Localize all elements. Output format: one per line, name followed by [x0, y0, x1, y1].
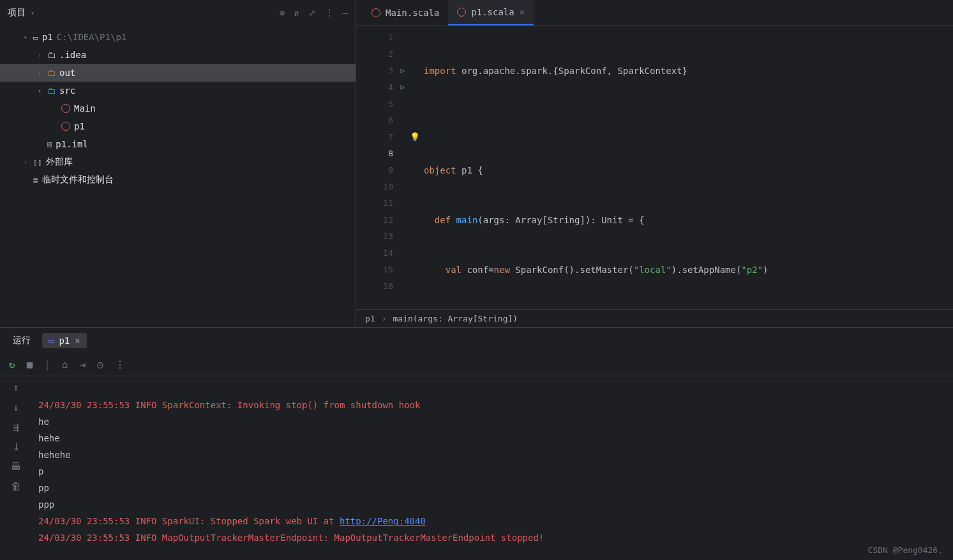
- line-number: 4: [388, 79, 393, 96]
- down-icon[interactable]: ↓: [13, 401, 19, 413]
- rerun-icon[interactable]: ↻: [9, 358, 15, 371]
- tree-item-out[interactable]: › 🗀 out: [0, 64, 356, 82]
- scala-icon: [457, 8, 466, 17]
- log-line: 24/03/30 23:55:53 INFO SparkUI: Stopped …: [38, 516, 426, 526]
- watermark: CSDN @Peng0426.: [868, 545, 943, 555]
- run-panel: 运行 ▭ p1 × ↻ ■ | ⌂ ⇥ ◷ ⋮ ↑ ↓ ⇶ ⤓ 🖶 🗑 24/0…: [0, 327, 953, 560]
- close-icon[interactable]: ×: [75, 335, 80, 346]
- close-icon[interactable]: ×: [520, 7, 525, 17]
- module-icon: ▭: [33, 33, 38, 42]
- log-line: 24/03/30 23:55:53 INFO MapOutputTrackerM…: [38, 533, 544, 543]
- up-icon[interactable]: ↑: [13, 381, 19, 394]
- run-panel-tabs: 运行 ▭ p1 ×: [0, 328, 953, 353]
- log-link[interactable]: http://Peng:4040: [340, 516, 426, 526]
- more-icon[interactable]: ⋮: [325, 8, 334, 18]
- profiler-icon[interactable]: ◷: [97, 358, 103, 371]
- folder-icon: 🗀: [47, 68, 56, 78]
- chevron-down-icon[interactable]: ▾: [31, 10, 34, 17]
- log-line: ppp: [38, 499, 54, 510]
- log-line: hehehe: [38, 450, 71, 460]
- tree-item-idea[interactable]: › 🗀 .idea: [0, 46, 356, 64]
- tab-p1-scala[interactable]: p1.scala ×: [448, 0, 534, 26]
- editor-tabs: Main.scala p1.scala ×: [356, 0, 953, 26]
- print-icon[interactable]: 🖶: [11, 461, 21, 473]
- line-number: 1: [388, 29, 393, 46]
- chevron-right-icon: ›: [382, 314, 387, 323]
- tree-label: Main: [74, 103, 96, 114]
- scala-icon: [61, 122, 70, 131]
- project-sidebar: 项目 ▾ ⊕ ⇵ ⤢ ⋮ — ▾ ▭ p1 C:\IDEA\P1\p1 › 🗀 …: [0, 0, 356, 327]
- chevron-right-icon: ›: [36, 52, 43, 59]
- tab-main-scala[interactable]: Main.scala: [363, 0, 448, 26]
- minimize-icon[interactable]: —: [343, 8, 348, 18]
- scala-icon: [61, 104, 70, 113]
- line-number: 14: [383, 245, 393, 262]
- screenshot-icon[interactable]: ⌂: [62, 358, 68, 371]
- line-number: 12: [383, 212, 393, 228]
- export-icon[interactable]: ⇥: [80, 358, 86, 371]
- scrollbar[interactable]: [944, 26, 953, 309]
- line-number: 16: [383, 278, 393, 295]
- bulb-icon[interactable]: 💡: [410, 129, 420, 145]
- app-icon: ▭: [49, 335, 54, 346]
- log-line: p: [38, 466, 43, 476]
- tree-label: p1: [42, 32, 53, 42]
- breadcrumb-item[interactable]: p1: [365, 314, 375, 323]
- log-line: 24/03/30 23:55:53 INFO SparkContext: Inv…: [38, 400, 420, 410]
- sidebar-title[interactable]: 项目: [8, 7, 26, 18]
- run-tab-p1[interactable]: ▭ p1 ×: [42, 333, 87, 348]
- tree-item-src[interactable]: ▾ 🗀 src: [0, 82, 356, 99]
- tree-item-iml[interactable]: ▤ p1.iml: [0, 135, 356, 153]
- tree-label: p1.iml: [56, 139, 88, 149]
- tree-item-scratches[interactable]: ≣ 临时文件和控制台: [0, 171, 356, 189]
- run-tab-label: p1: [59, 335, 70, 346]
- tree-label: 临时文件和控制台: [42, 174, 114, 186]
- scala-icon: [371, 8, 380, 17]
- chevron-down-icon: ▾: [22, 34, 29, 41]
- scroll-icon[interactable]: ⤓: [12, 441, 20, 453]
- tree-path: C:\IDEA\P1\p1: [57, 32, 127, 42]
- console-output[interactable]: 24/03/30 23:55:53 INFO SparkContext: Inv…: [32, 376, 953, 560]
- collapse-icon[interactable]: ⤢: [308, 8, 316, 18]
- target-icon[interactable]: ⊕: [280, 8, 285, 18]
- line-number: 2: [388, 46, 393, 63]
- more-icon[interactable]: ⋮: [115, 358, 125, 371]
- tab-label: p1.scala: [471, 7, 514, 17]
- log-line: he: [38, 416, 49, 427]
- wrap-icon[interactable]: ⇶: [13, 421, 19, 433]
- chevron-right-icon: ›: [36, 70, 43, 77]
- tree-root[interactable]: ▾ ▭ p1 C:\IDEA\P1\p1: [0, 28, 356, 46]
- tree-item-main[interactable]: Main: [0, 99, 356, 117]
- trash-icon[interactable]: 🗑: [11, 480, 21, 492]
- run-label: 运行: [13, 335, 31, 346]
- line-number: 15: [383, 262, 393, 278]
- project-tree: ▾ ▭ p1 C:\IDEA\P1\p1 › 🗀 .idea › 🗀 out ▾…: [0, 26, 356, 189]
- folder-icon: 🗀: [47, 86, 56, 96]
- stop-icon[interactable]: ■: [27, 358, 33, 371]
- run-icon[interactable]: ▷: [400, 79, 405, 96]
- expand-icon[interactable]: ⇵: [294, 8, 299, 18]
- tree-item-external-libs[interactable]: › ⫿⫿ 外部库: [0, 153, 356, 171]
- log-line: hehe: [38, 433, 60, 443]
- run-icon[interactable]: ▷: [400, 63, 405, 79]
- folder-icon: 🗀: [47, 50, 56, 60]
- code-content[interactable]: import org.apache.spark.{SparkConf, Spar…: [406, 26, 944, 309]
- sidebar-header: 项目 ▾ ⊕ ⇵ ⤢ ⋮ —: [0, 0, 356, 26]
- scratches-icon: ≣: [33, 175, 38, 185]
- gutter: 1 2 3▷ 4▷ 5 6 7💡 8 9 10 11 12 13 14 15 1…: [356, 26, 406, 309]
- editor-pane: Main.scala p1.scala × 1 2 3▷ 4▷ 5 6 7💡 8…: [356, 0, 953, 327]
- line-number: 9: [388, 162, 393, 179]
- file-icon: ▤: [47, 140, 52, 149]
- code-editor[interactable]: 1 2 3▷ 4▷ 5 6 7💡 8 9 10 11 12 13 14 15 1…: [356, 26, 953, 309]
- tree-item-p1[interactable]: p1: [0, 117, 356, 135]
- tree-label: .idea: [59, 50, 86, 60]
- chevron-down-icon: ▾: [36, 87, 43, 94]
- breadcrumb-item[interactable]: main(args: Array[String]): [393, 314, 518, 323]
- line-number: 5: [388, 96, 393, 112]
- tree-label: src: [59, 85, 75, 96]
- library-icon: ⫿⫿: [33, 158, 42, 167]
- line-number: 3: [388, 63, 393, 79]
- log-line: pp: [38, 483, 49, 493]
- chevron-right-icon: ›: [22, 159, 29, 166]
- run-side-toolbar: ↑ ↓ ⇶ ⤓ 🖶 🗑: [0, 376, 32, 560]
